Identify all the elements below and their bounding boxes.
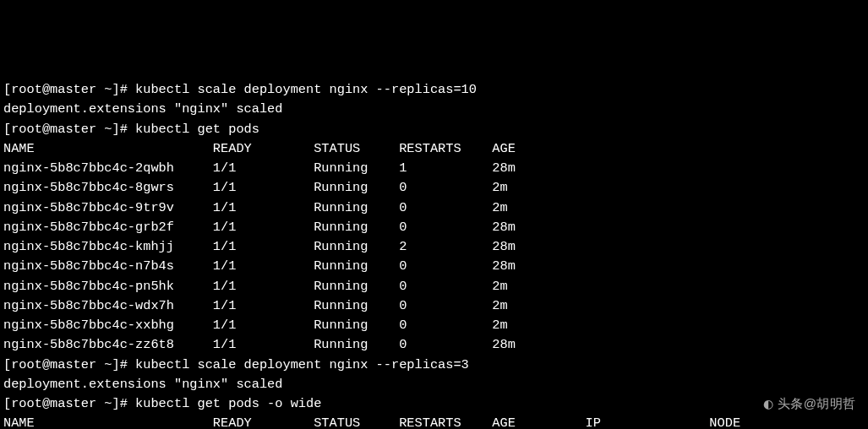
table-row: nginx-5b8c7bbc4c-8gwrs 1/1 Running 0 2m (3, 180, 508, 195)
table-header: NAME READY STATUS RESTARTS AGE (3, 141, 516, 156)
table-header: NAME READY STATUS RESTARTS AGE IP NODE (3, 415, 740, 429)
watermark: ◐头条@胡明哲 (756, 375, 856, 414)
command-line: [root@master ~]# kubectl scale deploymen… (3, 357, 469, 372)
terminal-output[interactable]: [root@master ~]# kubectl scale deploymen… (3, 80, 865, 429)
watermark-text: 头条@胡明哲 (778, 396, 856, 410)
table-row: nginx-5b8c7bbc4c-xxbhg 1/1 Running 0 2m (3, 318, 508, 333)
table-row: nginx-5b8c7bbc4c-zz6t8 1/1 Running 0 28m (3, 337, 516, 352)
output-line: deployment.extensions "nginx" scaled (3, 101, 282, 117)
command-line: [root@master ~]# kubectl scale deploymen… (3, 82, 477, 97)
command-line: [root@master ~]# kubectl get pods (3, 122, 259, 137)
command-line: [root@master ~]# kubectl get pods -o wid… (3, 396, 321, 411)
output-line: deployment.extensions "nginx" scaled (3, 377, 282, 392)
table-row: nginx-5b8c7bbc4c-pn5hk 1/1 Running 0 2m (3, 279, 508, 294)
table-row: nginx-5b8c7bbc4c-9tr9v 1/1 Running 0 2m (3, 200, 508, 215)
table-row: nginx-5b8c7bbc4c-n7b4s 1/1 Running 0 28m (3, 258, 516, 274)
watermark-icon: ◐ (763, 395, 774, 413)
table-row: nginx-5b8c7bbc4c-kmhjj 1/1 Running 2 28m (3, 239, 516, 254)
table-row: nginx-5b8c7bbc4c-grb2f 1/1 Running 0 28m (3, 220, 516, 235)
table-row: nginx-5b8c7bbc4c-2qwbh 1/1 Running 1 28m (3, 160, 516, 176)
table-row: nginx-5b8c7bbc4c-wdx7h 1/1 Running 0 2m (3, 298, 508, 313)
